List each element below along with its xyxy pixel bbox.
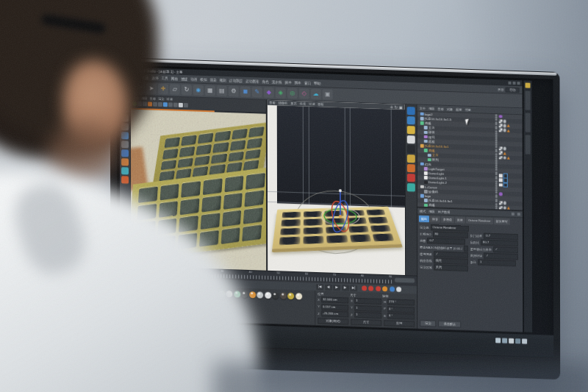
layout-dropdown[interactable]: 启动	[506, 87, 520, 93]
render-picture-icon[interactable]: ▤	[217, 86, 227, 96]
setting-value[interactable]: ✓	[434, 251, 468, 258]
material-swatch[interactable]	[226, 291, 232, 297]
rotation-h-field[interactable]: 276 °	[387, 299, 415, 305]
tray-icon[interactable]	[509, 338, 514, 343]
object-tags[interactable]	[499, 135, 521, 135]
viewport-menu-item[interactable]: 面板	[318, 102, 323, 106]
setting-value[interactable]: ✓	[493, 246, 518, 253]
edges-mode-icon[interactable]	[121, 140, 129, 148]
workplane-mode-icon[interactable]	[121, 123, 129, 130]
goto-start-button[interactable]: |◀	[316, 284, 323, 290]
material-swatch[interactable]	[249, 291, 256, 298]
tray-icon[interactable]	[515, 338, 520, 343]
viewport-menu-item[interactable]: 查看	[269, 101, 275, 104]
material-menu-item[interactable]: 创建	[135, 279, 141, 282]
dock-tab[interactable]	[526, 113, 531, 132]
viewport-menu-item[interactable]: 摄像机	[279, 101, 288, 104]
coordinates-button[interactable]: 应用	[384, 320, 415, 327]
object-manager-menu-item[interactable]: 文件	[420, 106, 426, 110]
object-tags[interactable]	[499, 189, 521, 190]
viewport-menu-item[interactable]: 过滤	[309, 102, 315, 106]
object-tags[interactable]	[499, 146, 521, 150]
deformer-icon[interactable]: ◇	[299, 88, 309, 99]
menu-item[interactable]: 角色	[262, 79, 269, 83]
enable-axis-icon[interactable]	[121, 158, 129, 165]
rotation-p-field[interactable]: 0 °	[387, 306, 415, 313]
menu-item[interactable]: 工具	[162, 76, 168, 80]
coord-system-icon[interactable]: ◉	[193, 85, 204, 95]
polygons-mode-icon[interactable]	[121, 149, 129, 157]
material-swatch[interactable]	[187, 289, 194, 296]
object-tags[interactable]	[499, 144, 521, 145]
edit-menu[interactable]: 编辑	[429, 210, 434, 213]
autokey-button[interactable]	[396, 287, 401, 292]
rotate-icon[interactable]: ↻	[182, 85, 192, 95]
object-tags[interactable]	[499, 167, 521, 168]
viewport-canvas[interactable]	[267, 105, 405, 275]
light-object-icon[interactable]	[407, 126, 415, 134]
object-tags[interactable]	[499, 199, 521, 199]
next-frame-button[interactable]: ▶	[342, 285, 349, 291]
userdata-menu[interactable]: 用户数据	[438, 210, 451, 214]
timeline-playhead[interactable]	[133, 268, 137, 275]
material-swatch[interactable]	[141, 288, 148, 294]
object-tags[interactable]	[499, 192, 521, 196]
settings-button[interactable]: 渲染	[420, 320, 436, 327]
spline-pen-icon[interactable]: ✎	[252, 87, 262, 97]
viewport-menu-item[interactable]: 选项	[300, 101, 306, 105]
size-z-field[interactable]: 1	[354, 312, 381, 318]
dock-tab[interactable]	[526, 135, 531, 154]
lock-icon[interactable]	[517, 213, 520, 215]
menu-item[interactable]: 雕刻	[220, 78, 226, 82]
floor-object-icon[interactable]	[407, 135, 415, 143]
stage-object-icon[interactable]	[407, 145, 415, 153]
pan-view-icon[interactable]: ✛	[390, 104, 393, 109]
material-swatch[interactable]	[133, 288, 140, 294]
object-tags[interactable]	[499, 156, 521, 160]
content-browser-icon[interactable]	[526, 82, 531, 88]
record-param-button[interactable]	[382, 286, 387, 291]
settings-tab[interactable]: Octane Renderer	[466, 217, 493, 224]
menu-item[interactable]: 脚本	[295, 81, 301, 85]
material-swatch[interactable]	[172, 289, 179, 296]
coordinates-button[interactable]: 对象(相对)	[318, 318, 348, 324]
object-tags[interactable]	[499, 202, 521, 205]
record-position-button[interactable]	[368, 286, 373, 291]
menu-item[interactable]: 创建	[142, 76, 148, 79]
position-y-field[interactable]: 0.157 cm	[321, 304, 348, 310]
field-icon[interactable]: ◎	[287, 88, 298, 99]
camera-toolbar-icon[interactable]: ▣	[323, 89, 333, 99]
prev-frame-button[interactable]: ◀	[325, 284, 332, 290]
object-manager-menu-item[interactable]: 对象	[447, 107, 453, 110]
position-x-field[interactable]: 32.346 cm	[321, 296, 348, 303]
scale-icon[interactable]: ▱	[170, 84, 180, 94]
settings-tab[interactable]: 输出	[419, 215, 429, 222]
material-swatch[interactable]	[287, 293, 294, 299]
menu-item[interactable]: 文件	[123, 75, 129, 79]
record-pla-button[interactable]	[390, 286, 395, 291]
tray-icon[interactable]	[495, 338, 501, 343]
menu-item[interactable]: 插件	[284, 80, 291, 84]
material-swatch[interactable]	[203, 290, 209, 296]
size-y-field[interactable]: 1	[354, 304, 381, 311]
physical-sky-icon[interactable]	[407, 116, 415, 124]
mograph-icon[interactable]: ◈	[276, 88, 286, 98]
rotate-view-icon[interactable]: ↻	[395, 104, 398, 109]
material-menu-item[interactable]: 编辑	[145, 279, 151, 282]
menu-item[interactable]: 帮助	[314, 81, 320, 85]
maximize-view-icon[interactable]: ▣	[399, 104, 403, 109]
spline-object-icon[interactable]	[407, 154, 415, 163]
viewport-solo-icon[interactable]	[121, 167, 129, 174]
object-tags[interactable]	[499, 182, 521, 188]
material-swatch[interactable]	[295, 293, 302, 299]
move-icon[interactable]: ✛	[158, 84, 168, 94]
material-swatch[interactable]	[241, 291, 248, 298]
play-button[interactable]: ▶	[333, 284, 340, 290]
record-icon[interactable]	[407, 174, 415, 182]
material-swatch[interactable]	[218, 291, 225, 297]
size-x-field[interactable]: 1	[354, 298, 381, 304]
instance-object-icon[interactable]	[407, 164, 415, 172]
coordinates-button[interactable]: 尺寸	[351, 319, 381, 326]
environment-icon[interactable]: ☁	[311, 89, 321, 99]
object-tags[interactable]	[499, 115, 521, 118]
